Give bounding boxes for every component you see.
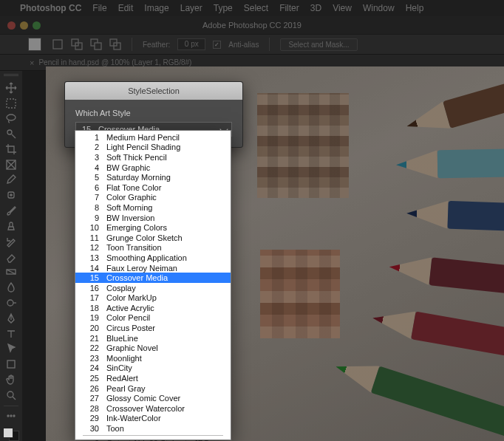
dropdown-option[interactable]: 23Moonlight: [75, 353, 231, 363]
brush-tool[interactable]: [3, 204, 19, 217]
dropdown-option[interactable]: 29Ink-WaterColor: [75, 414, 231, 424]
dropdown-option[interactable]: 5Saturday Morning: [75, 172, 231, 182]
tools-panel: [0, 71, 22, 441]
menu-file[interactable]: File: [92, 3, 106, 13]
selection-subtract-icon[interactable]: [90, 38, 102, 50]
zoom-tool[interactable]: [3, 389, 19, 402]
dropdown-option[interactable]: 20Circus Poster: [75, 323, 231, 333]
dropdown-option[interactable]: 11Grunge Color Sketch: [75, 233, 231, 243]
dropdown-option[interactable]: 2Light Pencil Shading: [75, 143, 231, 153]
dropdown-option[interactable]: 28Crossover Watercolor: [75, 403, 231, 414]
menu-select[interactable]: Select: [244, 3, 268, 13]
dropdown-option[interactable]: 21BlueLine: [75, 333, 231, 343]
dropdown-option[interactable]: 30Toon: [75, 423, 231, 434]
dropdown-separator: [83, 435, 223, 436]
tool-separator: [4, 406, 18, 406]
dropdown-option[interactable]: 26Pearl Gray: [75, 383, 231, 394]
dropdown-output-option[interactable]: 0Output ALL 30 Styles to JPG: [75, 437, 231, 441]
dropdown-option[interactable]: 15Crossover Media: [75, 273, 231, 283]
menu-view[interactable]: View: [333, 3, 352, 13]
option-label: Color Graphic: [106, 193, 157, 202]
gradient-tool[interactable]: [3, 265, 19, 278]
dropdown-option[interactable]: 16Cosplay: [75, 283, 231, 293]
option-label: SinCity: [106, 363, 132, 372]
color-swatches[interactable]: [3, 428, 19, 441]
app-name[interactable]: Photoshop CC: [20, 3, 81, 13]
pencil-lightblue: [437, 148, 504, 178]
tab-close-icon[interactable]: ×: [30, 58, 34, 67]
dropdown-option[interactable]: 4BW Graphic: [75, 163, 231, 173]
menu-layer[interactable]: Layer: [180, 3, 202, 13]
selection-intersect-icon[interactable]: [109, 38, 121, 50]
quick-select-tool[interactable]: [3, 127, 19, 140]
history-brush-tool[interactable]: [3, 235, 19, 248]
option-index: 7: [81, 193, 99, 202]
option-label: BW Inversion: [106, 213, 154, 222]
dropdown-option[interactable]: 13Smoothing Application: [75, 253, 231, 263]
clone-stamp-tool[interactable]: [3, 219, 19, 233]
path-select-tool[interactable]: [3, 342, 19, 355]
frame-tool[interactable]: [3, 158, 19, 171]
option-index: 13: [81, 253, 99, 262]
menu-type[interactable]: Type: [214, 3, 233, 13]
select-and-mask-button[interactable]: Select and Mask...: [280, 38, 357, 51]
dropdown-option[interactable]: 24SinCity: [75, 363, 231, 374]
antialias-checkbox[interactable]: ✓: [213, 41, 221, 49]
dropdown-option[interactable]: 12Toon Transition: [75, 243, 231, 253]
dropdown-option[interactable]: 14Faux Leroy Neiman: [75, 263, 231, 273]
dropdown-option[interactable]: 3Soft Thick Pencil: [75, 152, 231, 163]
window-close-button[interactable]: [7, 21, 16, 30]
option-index: 29: [81, 414, 99, 423]
dropdown-option[interactable]: 7Color Graphic: [75, 193, 231, 203]
option-label: Circus Poster: [106, 324, 155, 332]
menu-image[interactable]: Image: [144, 3, 168, 13]
dropdown-option[interactable]: 17Color MarkUp: [75, 293, 231, 304]
menu-window[interactable]: Window: [363, 3, 395, 13]
shape-tool[interactable]: [3, 358, 19, 371]
move-tool[interactable]: [3, 81, 19, 95]
pixelated-region: [257, 93, 349, 198]
type-tool[interactable]: [3, 327, 19, 341]
dropdown-option[interactable]: 18Active Acrylic: [75, 303, 231, 313]
selection-new-icon[interactable]: [52, 38, 64, 50]
dropdown-option[interactable]: 10Emerging Colors: [75, 222, 231, 233]
healing-brush-tool[interactable]: [3, 188, 19, 202]
eraser-tool[interactable]: [3, 250, 19, 264]
dropdown-option[interactable]: 25RedAlert: [75, 373, 231, 383]
marquee-tool[interactable]: [3, 97, 19, 110]
dropdown-option[interactable]: 1Medium Hard Pencil: [75, 132, 231, 143]
dodge-tool[interactable]: [3, 296, 19, 310]
lasso-tool[interactable]: [3, 112, 19, 125]
edit-toolbar-icon[interactable]: [3, 409, 19, 423]
dropdown-option[interactable]: 19Color Pencil: [75, 313, 231, 324]
option-label: Ink-WaterColor: [106, 414, 161, 423]
crop-tool[interactable]: [3, 143, 19, 156]
option-index: 11: [81, 233, 99, 242]
dropdown-option[interactable]: 27Glossy Comic Cover: [75, 393, 231, 403]
pen-tool[interactable]: [3, 312, 19, 325]
dropdown-option[interactable]: 9BW Inversion: [75, 213, 231, 223]
menu-filter[interactable]: Filter: [279, 3, 299, 13]
window-minimize-button[interactable]: [20, 21, 28, 30]
option-index: 2: [81, 143, 99, 151]
eyedropper-tool[interactable]: [3, 174, 19, 187]
dropdown-option[interactable]: 22Graphic Novel: [75, 343, 231, 353]
feather-input[interactable]: 0 px: [177, 38, 205, 50]
menu-edit[interactable]: Edit: [118, 3, 134, 13]
dropdown-option[interactable]: 6Flat Tone Color: [75, 182, 231, 193]
window-maximize-button[interactable]: [33, 21, 41, 30]
active-tool-swatch[interactable]: [28, 38, 41, 51]
option-label: Cosplay: [106, 284, 136, 293]
dropdown-option[interactable]: 8Soft Morning: [75, 202, 231, 213]
svg-rect-4: [95, 43, 101, 49]
document-tab[interactable]: Pencil in hand.psd @ 100% (Layer 1, RGB/…: [38, 58, 191, 66]
menu-help[interactable]: Help: [406, 3, 424, 13]
pencil-darkred: [411, 312, 504, 361]
blur-tool[interactable]: [3, 281, 19, 294]
option-index: 26: [81, 384, 99, 393]
menu-3d[interactable]: 3D: [310, 3, 321, 13]
selection-add-icon[interactable]: [71, 38, 83, 50]
art-style-dropdown-list[interactable]: 1Medium Hard Pencil2Light Pencil Shading…: [75, 130, 231, 440]
panel-grip[interactable]: [4, 74, 18, 78]
hand-tool[interactable]: [3, 373, 19, 386]
